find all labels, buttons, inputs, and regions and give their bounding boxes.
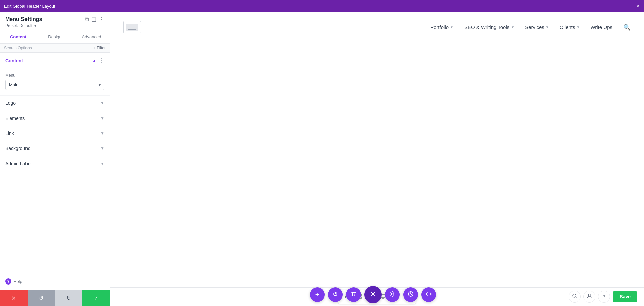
section-content-header[interactable]: Content ▲ ⋮ — [0, 53, 110, 69]
sidebar: Menu Settings ⧉ ◫ ⋮ Preset: Default ▼ — [0, 12, 110, 306]
tab-advanced[interactable]: Advanced — [73, 31, 110, 43]
sidebar-header: Menu Settings ⧉ ◫ ⋮ Preset: Default ▼ — [0, 12, 110, 31]
section-logo-header[interactable]: Logo ▼ — [0, 96, 110, 111]
delete-fab-button[interactable] — [346, 287, 361, 302]
section-elements-header[interactable]: Elements ▼ — [0, 111, 110, 126]
nav-item-portfolio[interactable]: Portfolio ▼ — [430, 24, 453, 30]
content-chevron-up-icon: ▲ — [92, 58, 96, 63]
trash-icon — [351, 291, 357, 298]
filter-button[interactable]: + Filter — [93, 46, 106, 50]
section-admin-label-header[interactable]: Admin Label ▼ — [0, 156, 110, 171]
help-row[interactable]: ? Help — [0, 273, 110, 290]
close-sidebar-button[interactable]: ✕ — [0, 290, 28, 306]
search-bottom-button[interactable] — [569, 291, 581, 303]
nav-item-seo-writing-tools[interactable]: SEO & Writing Tools ▼ — [464, 24, 514, 30]
nav-item-clients[interactable]: Clients ▼ — [560, 24, 580, 30]
help-circle-icon: ? — [5, 278, 11, 285]
portfolio-chevron-icon: ▼ — [450, 25, 453, 29]
main-layout: Menu Settings ⧉ ◫ ⋮ Preset: Default ▼ — [0, 12, 644, 306]
redo-icon: ↻ — [66, 295, 71, 301]
svg-point-18 — [588, 294, 590, 296]
header-search-icon[interactable]: 🔍 — [623, 24, 631, 31]
section-link-header[interactable]: Link ▼ — [0, 126, 110, 141]
nav-services-label: Services — [525, 24, 544, 30]
close-x-icon: ✕ — [11, 295, 16, 301]
admin-label-chevron-down-icon: ▼ — [100, 161, 104, 166]
transform-fab-button[interactable] — [421, 287, 436, 302]
duplicate-icon: ⧉ — [85, 16, 89, 23]
background-chevron-down-icon: ▼ — [100, 146, 104, 151]
gear-icon — [389, 291, 395, 298]
undo-button[interactable]: ↺ — [28, 290, 55, 306]
section-elements-label: Elements — [5, 116, 25, 121]
columns-icon-button[interactable]: ◫ — [91, 16, 96, 23]
help-bottom-button[interactable]: ? — [598, 291, 610, 303]
nav-seo-label: SEO & Writing Tools — [464, 24, 509, 30]
more-icon-button[interactable]: ⋮ — [99, 16, 104, 23]
redo-button[interactable]: ↻ — [55, 290, 83, 306]
timer-fab-button[interactable] — [403, 287, 418, 302]
canvas-area: Portfolio ▼ SEO & Writing Tools ▼ Servic… — [110, 12, 644, 306]
close-fab-button[interactable] — [364, 286, 382, 303]
columns-icon: ◫ — [91, 16, 96, 23]
logo-header-inner: Logo ▼ — [5, 100, 104, 106]
search-bottom-icon — [572, 293, 577, 300]
content-dots-icon[interactable]: ⋮ — [99, 57, 104, 64]
save-button[interactable]: Save — [613, 291, 637, 302]
tab-design[interactable]: Design — [37, 31, 73, 43]
preset-row[interactable]: Preset: Default ▼ — [5, 23, 104, 28]
header-preview: Portfolio ▼ SEO & Writing Tools ▼ Servic… — [110, 12, 644, 42]
logo-inner — [126, 24, 138, 31]
power-fab-button[interactable] — [328, 287, 343, 302]
top-bar: Edit Global Header Layout × — [0, 0, 644, 12]
svg-point-15 — [391, 293, 393, 295]
tab-bar: Content Design Advanced — [0, 31, 110, 44]
help-bottom-icon: ? — [603, 294, 605, 299]
section-admin-label-label: Admin Label — [5, 161, 32, 166]
settings-fab-button[interactable] — [385, 287, 400, 302]
more-icon: ⋮ — [99, 16, 104, 23]
link-chevron-down-icon: ▼ — [100, 131, 104, 136]
filter-label: Filter — [97, 46, 106, 50]
nav-clients-label: Clients — [560, 24, 575, 30]
services-chevron-icon: ▼ — [546, 25, 549, 29]
content-header-inner: Content ▲ ⋮ — [5, 57, 104, 64]
preset-label: Preset: — [5, 23, 18, 28]
add-fab-button[interactable]: + — [310, 287, 325, 302]
clock-icon — [408, 291, 414, 298]
section-content-label: Content — [5, 58, 23, 63]
bottom-actions-right: ? Save — [569, 291, 637, 303]
content-header-right: ▲ ⋮ — [92, 57, 104, 64]
content-section-inner: Menu Main Footer Secondary ▼ — [0, 69, 110, 96]
menu-field-label: Menu — [5, 73, 104, 78]
logo-box — [123, 21, 141, 33]
elements-chevron-down-icon: ▼ — [100, 116, 104, 121]
elements-header-inner: Elements ▼ — [5, 116, 104, 121]
admin-label-header-inner: Admin Label ▼ — [5, 161, 104, 166]
duplicate-icon-button[interactable]: ⧉ — [85, 16, 89, 23]
search-options-label: Search Options — [4, 46, 32, 50]
menu-select[interactable]: Main Footer Secondary — [5, 80, 104, 90]
canvas-footer: + — [110, 287, 644, 306]
nav-item-services[interactable]: Services ▼ — [525, 24, 549, 30]
help-label: Help — [13, 279, 22, 284]
search-filter-row: Search Options + Filter — [0, 44, 110, 53]
user-bottom-icon — [587, 293, 592, 300]
sidebar-title: Menu Settings — [5, 16, 42, 23]
fabs-row: + — [310, 286, 436, 303]
user-bottom-button[interactable] — [583, 291, 595, 303]
nav-portfolio-label: Portfolio — [430, 24, 449, 30]
tab-content[interactable]: Content — [0, 31, 37, 43]
link-header-inner: Link ▼ — [5, 131, 104, 136]
confirm-button[interactable]: ✓ — [82, 290, 110, 306]
menu-select-wrapper: Main Footer Secondary ▼ — [5, 80, 104, 90]
top-bar-title: Edit Global Header Layout — [4, 4, 55, 9]
nav-item-write-ups[interactable]: Write Ups — [590, 24, 612, 30]
sidebar-header-row: Menu Settings ⧉ ◫ ⋮ — [5, 16, 104, 23]
section-background-header[interactable]: Background ▼ — [0, 141, 110, 156]
top-bar-close-button[interactable]: × — [636, 3, 640, 9]
arrows-icon — [426, 291, 432, 298]
checkmark-icon: ✓ — [94, 295, 98, 301]
section-background-label: Background — [5, 146, 31, 151]
seo-chevron-icon: ▼ — [511, 25, 514, 29]
